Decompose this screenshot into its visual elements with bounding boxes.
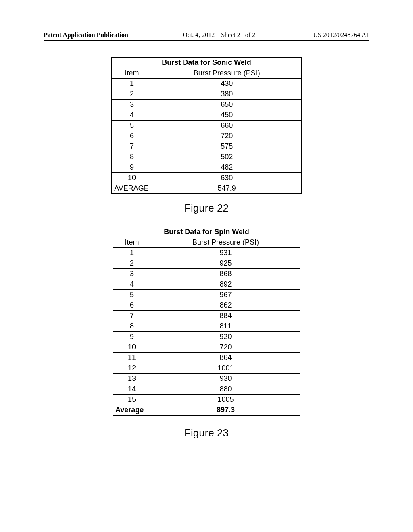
table-row: 13930 (113, 374, 300, 384)
col-header-value: Burst Pressure (PSI) (152, 68, 301, 79)
header-publication: Patent Application Publication (44, 31, 128, 39)
figure-caption-23: Figure 23 (184, 427, 229, 439)
cell-value: 502 (152, 152, 301, 162)
cell-value: 920 (151, 332, 300, 342)
sonic-weld-table: Burst Data for Sonic Weld Item Burst Pre… (111, 57, 302, 194)
table-row: 8502 (112, 152, 302, 162)
cell-value: 925 (151, 258, 300, 269)
cell-value: 931 (151, 248, 300, 258)
table-row: 1931 (113, 248, 300, 258)
avg-value: 547.9 (152, 183, 301, 194)
cell-item: 15 (113, 395, 151, 405)
cell-item: 10 (112, 173, 152, 183)
cell-value: 380 (152, 89, 301, 100)
table-title: Burst Data for Sonic Weld (112, 58, 302, 68)
table-row: 9482 (112, 162, 302, 173)
cell-item: 12 (113, 363, 151, 374)
table-row: 121001 (113, 363, 300, 374)
col-header-value: Burst Pressure (PSI) (151, 237, 300, 248)
cell-item: 3 (112, 100, 152, 110)
cell-value: 868 (151, 269, 300, 279)
cell-value: 630 (152, 173, 301, 183)
table-header-row: Item Burst Pressure (PSI) (112, 68, 302, 79)
cell-value: 967 (151, 290, 300, 300)
cell-value: 430 (152, 79, 301, 89)
header-date-sheet: Oct. 4, 2012 Sheet 21 of 21 (183, 31, 259, 39)
table-row: 9920 (113, 332, 300, 342)
cell-item: 5 (112, 121, 152, 131)
cell-value: 892 (151, 279, 300, 290)
table-row: 2380 (112, 89, 302, 100)
cell-item: 9 (112, 162, 152, 173)
cell-item: 9 (113, 332, 151, 342)
cell-value: 482 (152, 162, 301, 173)
header-date: Oct. 4, 2012 (183, 31, 215, 38)
page-header: Patent Application Publication Oct. 4, 2… (0, 31, 413, 39)
header-pub-number: US 2012/0248764 A1 (313, 31, 369, 39)
table-avg-row: Average 897.3 (113, 405, 300, 416)
table-row: 10720 (113, 342, 300, 353)
cell-item: 7 (112, 141, 152, 152)
cell-value: 930 (151, 374, 300, 384)
cell-item: 3 (113, 269, 151, 279)
table-row: 3650 (112, 100, 302, 110)
avg-label: AVERAGE (112, 183, 152, 194)
cell-item: 8 (113, 321, 151, 332)
table-row: 14880 (113, 384, 300, 395)
cell-item: 6 (113, 300, 151, 311)
table-row: 10630 (112, 173, 302, 183)
table-title-row: Burst Data for Sonic Weld (112, 58, 302, 68)
cell-value: 884 (151, 311, 300, 321)
table-row: 8811 (113, 321, 300, 332)
table-title: Burst Data for Spin Weld (113, 227, 300, 237)
table-row: 2925 (113, 258, 300, 269)
cell-item: 5 (113, 290, 151, 300)
cell-value: 880 (151, 384, 300, 395)
cell-value: 575 (152, 141, 301, 152)
cell-value: 862 (151, 300, 300, 311)
cell-value: 864 (151, 353, 300, 363)
cell-value: 1001 (151, 363, 300, 374)
table-row: 4450 (112, 110, 302, 121)
cell-item: 14 (113, 384, 151, 395)
cell-item: 2 (113, 258, 151, 269)
cell-value: 720 (151, 342, 300, 353)
col-header-item: Item (113, 237, 151, 248)
cell-item: 4 (112, 110, 152, 121)
cell-value: 720 (152, 131, 301, 141)
table-row: 5660 (112, 121, 302, 131)
cell-item: 13 (113, 374, 151, 384)
table-row: 7884 (113, 311, 300, 321)
cell-item: 1 (112, 79, 152, 89)
header-sheet: Sheet 21 of 21 (221, 31, 259, 38)
table-title-row: Burst Data for Spin Weld (113, 227, 300, 237)
avg-label: Average (113, 405, 151, 416)
cell-item: 4 (113, 279, 151, 290)
table-avg-row: AVERAGE 547.9 (112, 183, 302, 194)
table-row: 6862 (113, 300, 300, 311)
cell-item: 7 (113, 311, 151, 321)
cell-item: 6 (112, 131, 152, 141)
table-row: 7575 (112, 141, 302, 152)
avg-value: 897.3 (151, 405, 300, 416)
col-header-item: Item (112, 68, 152, 79)
table-row: 11864 (113, 353, 300, 363)
header-rule (44, 40, 369, 41)
table-header-row: Item Burst Pressure (PSI) (113, 237, 300, 248)
content-area: Burst Data for Sonic Weld Item Burst Pre… (0, 57, 413, 451)
cell-item: 1 (113, 248, 151, 258)
cell-item: 8 (112, 152, 152, 162)
figure-caption-22: Figure 22 (184, 202, 229, 214)
table-row: 5967 (113, 290, 300, 300)
spin-weld-table: Burst Data for Spin Weld Item Burst Pres… (113, 227, 300, 416)
cell-value: 450 (152, 110, 301, 121)
table-row: 1430 (112, 79, 302, 89)
cell-item: 2 (112, 89, 152, 100)
table-row: 6720 (112, 131, 302, 141)
cell-value: 1005 (151, 395, 300, 405)
table-row: 3868 (113, 269, 300, 279)
cell-value: 811 (151, 321, 300, 332)
cell-item: 11 (113, 353, 151, 363)
patent-page: Patent Application Publication Oct. 4, 2… (0, 0, 413, 532)
cell-value: 650 (152, 100, 301, 110)
